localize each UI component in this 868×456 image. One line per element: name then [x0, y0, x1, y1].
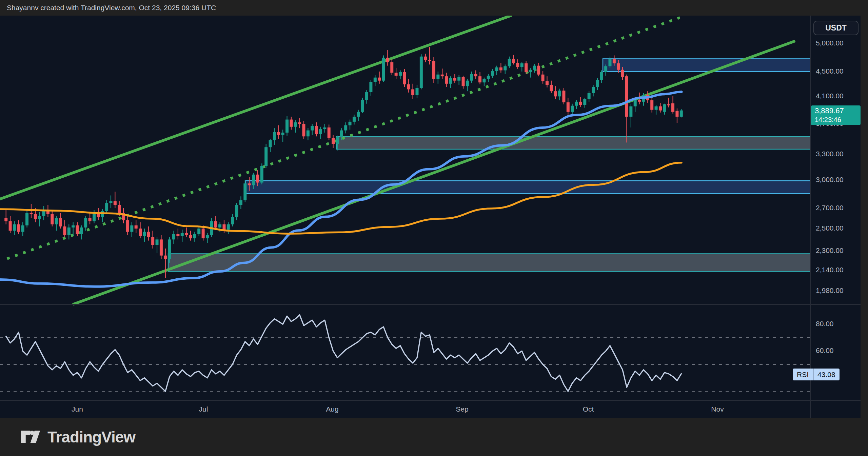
candle-body: [84, 218, 87, 227]
candle-body: [629, 106, 632, 117]
candle-body: [470, 74, 473, 81]
candle-body: [118, 205, 121, 213]
ma-slow-orange: [0, 163, 682, 234]
candle-body: [533, 66, 536, 70]
candle-body: [575, 102, 578, 106]
candle-body: [218, 224, 221, 227]
candle-body: [235, 205, 238, 217]
candle-body: [17, 224, 20, 232]
candle-body: [76, 225, 79, 234]
candle-body: [680, 111, 683, 117]
candle-body: [231, 217, 234, 224]
candle-body: [478, 76, 481, 82]
candle-body: [260, 166, 263, 183]
candle-body: [596, 80, 599, 87]
candle-body: [600, 72, 603, 80]
candle-body: [13, 224, 16, 231]
candle-body: [525, 63, 528, 72]
candle-body: [588, 93, 591, 99]
candle-body: [202, 229, 205, 238]
time-axis-label-aug: Aug: [326, 405, 338, 413]
time-axis-label-oct: Oct: [583, 405, 594, 413]
candle-body: [436, 75, 439, 79]
candle-body: [51, 214, 54, 224]
candle-body: [328, 127, 331, 138]
candle-body: [441, 75, 444, 76]
candle-body: [424, 57, 427, 60]
candle-body: [290, 120, 293, 127]
candle-body: [109, 201, 112, 203]
candle-body: [537, 66, 540, 75]
tradingview-logo-icon[interactable]: [21, 427, 41, 447]
candle-body: [151, 237, 154, 245]
price-axis-label: 5,000.00: [816, 39, 844, 47]
candle-body: [25, 213, 28, 225]
currency-toggle-badge[interactable]: USDT: [813, 21, 859, 35]
candle-body: [516, 63, 519, 67]
candle-body: [311, 126, 314, 131]
candle-body: [59, 218, 62, 226]
tradingview-wordmark[interactable]: TradingView: [47, 428, 135, 446]
price-axis-label: 2,140.00: [816, 266, 844, 274]
candle-body: [156, 239, 159, 245]
candle-body: [634, 100, 637, 106]
candle-body: [88, 218, 92, 221]
candle-body: [390, 62, 393, 73]
chart-canvas[interactable]: 5,000.004,500.004,100.003,700.003,300.00…: [0, 16, 861, 418]
candle-body: [667, 104, 670, 105]
candle-body: [222, 224, 225, 230]
candle-body: [181, 233, 184, 236]
candle-body: [638, 100, 641, 102]
candle-body: [105, 203, 108, 211]
candle-body: [562, 91, 565, 102]
support-zone-3000: [245, 181, 810, 194]
candle-body: [462, 77, 465, 86]
supply-zone-mid: [337, 136, 810, 149]
candle-body: [227, 224, 230, 230]
candle-body: [378, 78, 381, 81]
candle-body: [546, 81, 549, 85]
candle-body: [554, 91, 557, 96]
candle-body: [369, 82, 372, 92]
candle-body: [608, 59, 611, 66]
candle-body: [520, 63, 524, 67]
candle-body: [172, 234, 175, 239]
time-axis-label-sep: Sep: [456, 405, 468, 413]
candle-body: [621, 70, 624, 77]
candle-body: [93, 213, 96, 221]
price-rsi-plot[interactable]: [0, 16, 861, 418]
candle-body: [114, 201, 117, 205]
candle-body: [323, 127, 326, 129]
candle-body: [29, 213, 33, 214]
time-axis-label-nov: Nov: [711, 405, 724, 413]
rsi-label: RSI: [793, 369, 813, 380]
candle-body: [361, 100, 364, 112]
candle-body: [126, 220, 129, 232]
candle-body: [298, 122, 301, 124]
candle-body: [625, 76, 628, 117]
last-price-badge: 3,889.67 14:23:46: [811, 105, 861, 125]
candle-body: [650, 100, 653, 110]
candle-body: [189, 235, 192, 238]
candle-body: [302, 124, 305, 136]
candle-body: [407, 84, 410, 90]
candle-body: [399, 72, 402, 76]
pane-separators: [0, 16, 861, 418]
candle-body: [495, 67, 498, 71]
candle-body: [72, 225, 75, 227]
candle-body: [579, 102, 582, 105]
time-axis-label-jun: Jun: [72, 405, 83, 413]
candle-body: [411, 89, 414, 95]
candle-body: [164, 256, 167, 259]
candle-body: [248, 183, 251, 185]
candle-body: [457, 77, 460, 81]
candle-body: [34, 214, 37, 219]
candle-body: [499, 67, 502, 71]
candle-body: [4, 218, 7, 221]
candle-body: [349, 122, 352, 125]
candle-body: [176, 234, 179, 236]
time-axis-label-jul: Jul: [199, 405, 208, 413]
candle-body: [277, 132, 280, 135]
price-axis-label: 3,000.00: [816, 176, 844, 184]
candle-body: [374, 78, 377, 82]
